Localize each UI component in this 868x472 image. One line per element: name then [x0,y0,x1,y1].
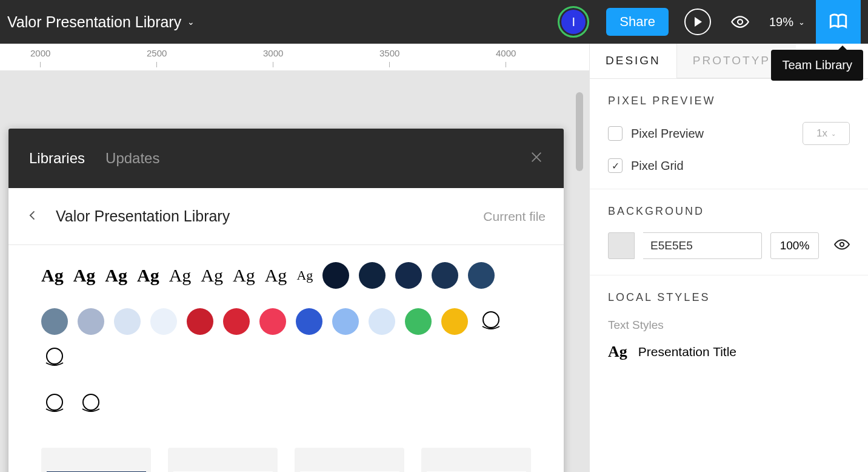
pixel-grid-checkbox[interactable] [608,158,623,173]
text-style-swatch[interactable]: Ag [296,268,313,283]
pixel-preview-label: Pixel Preview [631,127,704,141]
team-library-button[interactable] [816,0,861,44]
section-title: BACKGROUND [608,205,850,218]
text-style-swatch[interactable]: Ag [105,265,127,286]
ruler-mark: 3500 [379,48,399,67]
eye-icon [834,237,850,252]
document-title-dropdown[interactable]: Valor Presentation Library ⌄ [7,13,195,31]
chevron-down-icon: ⌄ [187,17,195,27]
chevron-left-icon [27,206,39,224]
view-settings-button[interactable] [727,8,753,35]
book-icon [828,12,849,32]
effect-style-swatch[interactable] [41,391,68,417]
text-style-swatch[interactable]: Ag [137,265,159,286]
color-swatch[interactable] [223,308,250,335]
ruler-mark: 4000 [496,48,516,67]
color-swatch[interactable] [78,308,104,335]
properties-panel: DESIGN PROTOTYPE PIXEL PREVIEW Pixel Pre… [589,44,868,472]
svg-point-0 [738,19,743,24]
color-swatch[interactable] [432,262,458,289]
text-style-swatch[interactable]: Ag [265,265,287,286]
text-styles-label: Text Styles [608,319,850,332]
color-swatch[interactable] [322,262,349,289]
library-title-row: Valor Presentation Library Current file [8,188,564,245]
color-swatch[interactable] [332,308,359,335]
text-style-sample: Ag [608,343,627,361]
svg-point-2 [47,348,62,364]
share-button[interactable]: Share [606,8,669,36]
zoom-value: 19% [769,15,793,29]
tab-updates[interactable]: Updates [105,150,159,167]
ruler-mark: 2000 [30,48,50,67]
component-thumbnail[interactable]: Slide's Title [168,448,278,472]
chevron-down-icon: ⌄ [831,130,836,137]
svg-point-5 [840,243,844,247]
svg-point-1 [483,312,499,328]
section-title: LOCAL STYLES [608,291,850,304]
background-color-chip[interactable] [608,232,635,259]
svg-point-3 [47,394,62,410]
chevron-down-icon: ⌄ [798,18,805,27]
component-thumbnails: Valor Presentation title Slide's Title S… [8,423,564,472]
text-style-swatch[interactable]: Ag [41,265,64,286]
svg-point-4 [83,394,99,410]
color-swatch[interactable] [259,308,286,335]
libraries-panel: Libraries Updates Valor Presentation Lib… [8,129,564,472]
tab-design[interactable]: DESIGN [590,44,676,78]
effect-style-swatch[interactable] [478,308,504,335]
avatar-initial: I [572,15,575,29]
local-styles-section: LOCAL STYLES Text Styles Ag Presentation… [590,275,868,377]
top-toolbar: Valor Presentation Library ⌄ I Share 19%… [0,0,868,44]
back-button[interactable] [27,206,39,227]
ruler-mark: 2500 [147,48,167,67]
color-swatch[interactable] [41,308,68,335]
background-visibility-toggle[interactable] [834,237,850,255]
color-swatch[interactable] [296,308,322,335]
tooltip-team-library: Team Library [771,50,863,81]
vertical-scrollbar[interactable] [576,92,583,171]
libraries-panel-header: Libraries Updates [8,129,564,188]
component-thumbnail[interactable]: Slide's Title [421,448,531,472]
pixel-preview-checkbox[interactable] [608,126,623,141]
styles-grid: AgAgAgAgAgAgAgAgAg [8,245,564,423]
color-swatch[interactable] [441,308,468,335]
text-style-swatch[interactable]: Ag [233,265,255,286]
color-swatch[interactable] [395,262,422,289]
background-opacity-input[interactable] [770,232,819,259]
text-style-swatch[interactable]: Ag [73,265,96,286]
library-name: Valor Presentation Library [56,207,230,225]
eye-icon [731,13,749,31]
text-style-swatch[interactable]: Ag [169,265,192,286]
ruler-mark: 3000 [263,48,283,67]
zoom-dropdown[interactable]: 19% ⌄ [769,15,805,29]
effect-style-swatch[interactable] [41,345,68,371]
canvas-area[interactable]: 20002500300035004000 Libraries Updates V… [0,44,589,472]
horizontal-ruler: 20002500300035004000 [0,44,589,70]
pixel-preview-scale-select[interactable]: 1x ⌄ [803,122,850,145]
color-swatch[interactable] [369,308,395,335]
tab-libraries[interactable]: Libraries [29,150,85,167]
pixel-preview-section: PIXEL PREVIEW Pixel Preview 1x ⌄ Pixel G… [590,79,868,189]
collaborator-avatar[interactable]: I [558,6,589,38]
color-swatch[interactable] [468,262,495,289]
text-style-item[interactable]: Ag Presentation Title [608,343,850,361]
component-thumbnail[interactable]: Valor Presentation title [41,448,151,472]
color-swatch[interactable] [405,308,432,335]
color-swatch[interactable] [150,308,177,335]
current-file-label: Current file [483,209,546,224]
component-thumbnail[interactable]: Slide's Title [295,448,404,472]
document-title: Valor Presentation Library [7,13,181,31]
effect-style-swatch[interactable] [78,391,104,417]
close-button[interactable] [530,150,543,166]
text-style-swatch[interactable]: Ag [201,265,223,286]
section-title: PIXEL PREVIEW [608,95,850,107]
play-icon [684,8,711,35]
color-swatch[interactable] [187,308,213,335]
present-button[interactable] [684,8,711,35]
color-swatch[interactable] [114,308,141,335]
background-section: BACKGROUND [590,189,868,275]
background-hex-input[interactable] [643,232,762,259]
color-swatch[interactable] [359,262,386,289]
text-style-name: Presentation Title [638,345,736,359]
pixel-grid-label: Pixel Grid [631,159,684,173]
